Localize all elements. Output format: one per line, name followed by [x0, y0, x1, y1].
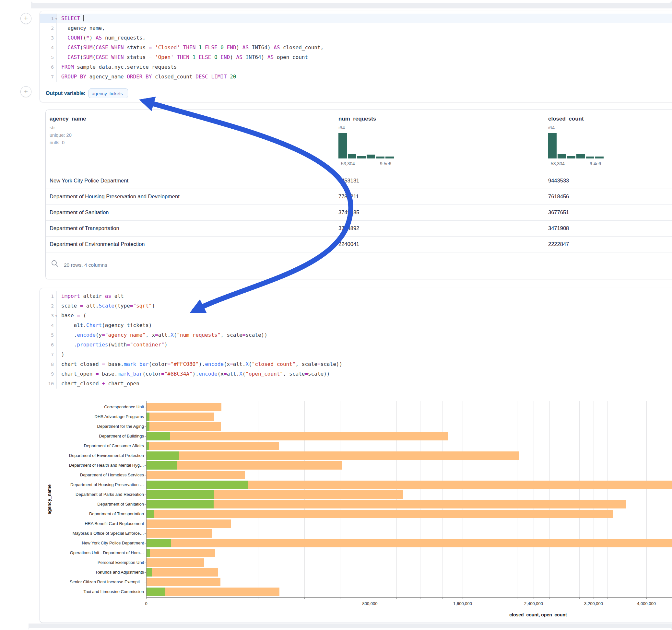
- gridline: [340, 401, 340, 597]
- code-line[interactable]: 7): [40, 350, 672, 359]
- previous-cell-bottom: [31, 0, 672, 3]
- table-cell-agency: Department of Housing Preservation and D…: [50, 193, 179, 200]
- code-line[interactable]: 6 .properties(width="container"): [40, 340, 672, 350]
- histogram-bar: [348, 154, 356, 159]
- bar-closed-count: [146, 413, 214, 421]
- code-line[interactable]: 8chart_closed = base.mark_bar(color="#FF…: [40, 359, 672, 369]
- y-axis-tick: [145, 485, 146, 485]
- x-axis-tick-label: 4,000,000: [637, 601, 656, 606]
- bar-closed-count: [146, 558, 204, 567]
- gridline: [304, 401, 305, 597]
- bar-open-count: [146, 481, 248, 489]
- code-line[interactable]: 1import altair as alt: [40, 291, 672, 301]
- gridline: [462, 401, 463, 597]
- code-text: chart_closed = base.mark_bar(color="#FFC…: [57, 359, 342, 369]
- bar-open-count: [146, 510, 154, 518]
- table-header: agency_namestrunique: 20nulls: 0num_requ…: [46, 110, 672, 173]
- column-histogram: [548, 133, 604, 159]
- search-icon[interactable]: [51, 260, 59, 267]
- code-line[interactable]: 10chart_closed + chart_open: [40, 379, 672, 389]
- y-axis-label: Department for the Aging: [0, 424, 144, 429]
- code-text: import altair as alt: [57, 291, 124, 301]
- bar-open-count: [146, 413, 149, 421]
- code-text: COUNT(*) AS num_requests,: [57, 33, 146, 43]
- histogram-max-label: 9.5e6: [380, 161, 391, 166]
- column-stat: unique: 20: [50, 132, 86, 138]
- y-axis-label: New York City Police Department: [0, 540, 144, 546]
- bar-closed-count: [146, 519, 231, 528]
- output-variable-bar: Output variable: agency_tickets: [40, 87, 672, 102]
- line-number: 4: [40, 320, 57, 330]
- y-axis-label: Department of Sanitation: [0, 502, 144, 507]
- code-line[interactable]: 4 alt.Chart(agency_tickets): [40, 320, 672, 330]
- column-type: i64: [548, 125, 584, 130]
- column-histogram: [338, 133, 394, 159]
- code-line[interactable]: 3 COUNT(*) AS num_requests,: [40, 33, 672, 43]
- y-axis-tick: [145, 504, 146, 505]
- column-header-agency_name[interactable]: agency_namestrunique: 20nulls: 0: [50, 116, 86, 145]
- y-axis-tick: [145, 524, 146, 524]
- histogram-bar: [385, 156, 394, 159]
- x-axis-tick-label: 1,600,000: [453, 601, 472, 606]
- add-cell-button-output[interactable]: +: [20, 86, 31, 97]
- y-axis-label: Department of Consumer Affairs: [0, 443, 144, 448]
- code-line[interactable]: 2scale = alt.Scale(type="sqrt"): [40, 301, 672, 311]
- python-code-editor[interactable]: 1import altair as alt2scale = alt.Scale(…: [40, 291, 672, 389]
- table-row: Department of Housing Preservation and D…: [46, 189, 672, 205]
- x-axis-tick-label: 800,000: [362, 601, 378, 606]
- column-name: closed_count: [548, 116, 584, 122]
- bar-closed-count: [146, 529, 212, 538]
- y-axis-label: HRA Benefit Card Replacement: [0, 521, 144, 526]
- code-line[interactable]: 6FROM sample_data.nyc.service_requests: [40, 62, 672, 72]
- table-row: Department of Transportation377489234719…: [46, 220, 672, 237]
- collapse-chevron-icon[interactable]: ∨: [55, 311, 57, 321]
- gridline: [607, 401, 608, 597]
- bar-closed-count: [146, 442, 279, 450]
- bar-closed-count: [146, 500, 626, 508]
- code-text: base = (: [57, 311, 86, 320]
- results-table-card: agency_namestrunique: 20nulls: 0num_requ…: [45, 110, 672, 280]
- column-header-closed_count[interactable]: closed_counti64: [548, 116, 584, 130]
- column-header-num_requests[interactable]: num_requestsi64: [338, 116, 376, 130]
- collapse-chevron-icon[interactable]: ∨: [55, 14, 57, 24]
- code-line[interactable]: 3∨base = (: [40, 311, 672, 320]
- code-line[interactable]: 4 CAST(SUM(CASE WHEN status = 'Closed' T…: [40, 43, 672, 52]
- code-line[interactable]: 5 CAST(SUM(CASE WHEN status = 'Open' THE…: [40, 52, 672, 62]
- next-cell-top: [28, 628, 672, 630]
- line-number: 2: [40, 301, 57, 311]
- output-variable-label: Output variable:: [46, 91, 86, 96]
- y-axis-tick: [145, 572, 146, 573]
- bar-closed-count: [146, 578, 220, 586]
- y-axis-title: agency_name: [47, 484, 52, 514]
- table-cell-agency: New York City Police Department: [50, 177, 128, 184]
- gridline: [549, 401, 550, 597]
- table-cell-agency: Department of Sanitation: [50, 209, 109, 216]
- y-axis-label: Department of Environmental Protection: [0, 453, 144, 458]
- line-number: 2: [40, 23, 57, 33]
- code-text: alt.Chart(agency_tickets): [57, 320, 152, 330]
- code-line[interactable]: 5 .encode(y="agency_name", x=alt.X("num_…: [40, 330, 672, 340]
- output-variable-pill[interactable]: agency_tickets: [89, 89, 128, 98]
- sql-cell-card: 1∨SELECT 2 agency_name,3 COUNT(*) AS num…: [40, 11, 672, 102]
- bar-closed-count: [146, 452, 519, 460]
- y-axis-label: DHS Advantage Programs: [0, 414, 144, 419]
- code-line[interactable]: 7GROUP BY agency_name ORDER BY closed_co…: [40, 72, 672, 82]
- y-axis-label: Department of Buildings: [0, 434, 144, 438]
- bar-closed-count: [146, 403, 221, 411]
- bar-open-count: [146, 500, 214, 508]
- line-number: 4: [40, 43, 57, 52]
- code-text: agency_name,: [57, 23, 105, 33]
- y-axis-label: Department of Transportation: [0, 511, 144, 516]
- bar-closed-count: [146, 422, 221, 431]
- bar-closed-count: [146, 471, 245, 479]
- code-text: ): [57, 350, 65, 359]
- code-line[interactable]: 9chart_open = base.mark_bar(color="#8BC3…: [40, 369, 672, 379]
- sql-code-editor[interactable]: 1∨SELECT 2 agency_name,3 COUNT(*) AS num…: [40, 14, 672, 82]
- y-axis-tick: [145, 407, 146, 407]
- code-line[interactable]: 1∨SELECT: [40, 14, 672, 23]
- add-cell-button-top[interactable]: +: [20, 13, 31, 24]
- code-line[interactable]: 2 agency_name,: [40, 23, 672, 33]
- code-text: SELECT: [57, 14, 672, 23]
- histogram-bar: [367, 154, 375, 159]
- bar-closed-count: [146, 510, 613, 518]
